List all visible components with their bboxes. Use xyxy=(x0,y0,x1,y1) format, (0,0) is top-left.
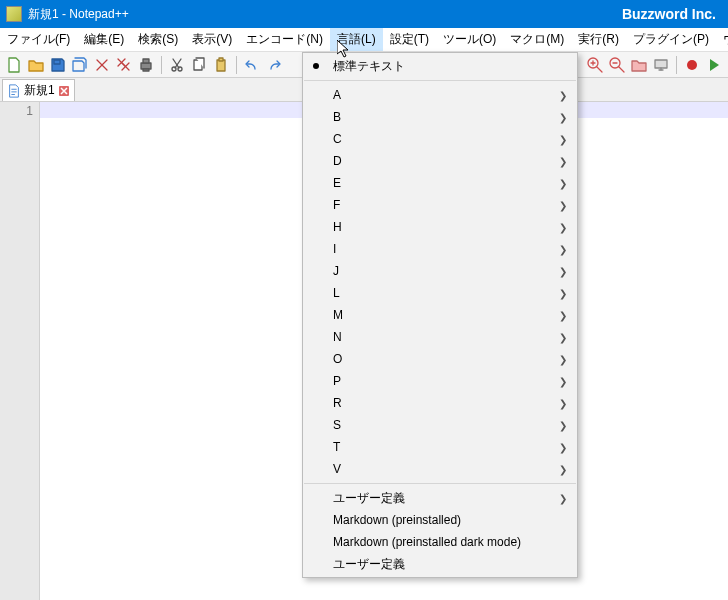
redo-icon[interactable] xyxy=(264,55,284,75)
menu-tools[interactable]: ツール(O) xyxy=(436,28,503,51)
lang-group-v[interactable]: V❯ xyxy=(303,458,577,480)
print-icon[interactable] xyxy=(136,55,156,75)
lang-group-m[interactable]: M❯ xyxy=(303,304,577,326)
chevron-right-icon: ❯ xyxy=(559,464,567,475)
lang-group-n[interactable]: N❯ xyxy=(303,326,577,348)
lang-bottom-3[interactable]: ユーザー定義 xyxy=(303,553,577,575)
chevron-right-icon: ❯ xyxy=(559,90,567,101)
menu-encoding[interactable]: エンコード(N) xyxy=(239,28,330,51)
menu-search[interactable]: 検索(S) xyxy=(131,28,185,51)
dropdown-item-label: R xyxy=(333,396,342,410)
lang-plain-text[interactable]: 標準テキスト xyxy=(303,55,577,77)
lang-group-c[interactable]: C❯ xyxy=(303,128,577,150)
chevron-right-icon: ❯ xyxy=(559,244,567,255)
toolbar-separator xyxy=(676,56,677,74)
dropdown-item-label: F xyxy=(333,198,340,212)
gutter: 1 xyxy=(0,102,40,600)
dropdown-item-label: Markdown (preinstalled) xyxy=(333,513,461,527)
lang-group-i[interactable]: I❯ xyxy=(303,238,577,260)
dropdown-item-label: L xyxy=(333,286,340,300)
dropdown-item-label: O xyxy=(333,352,342,366)
lang-group-l[interactable]: L❯ xyxy=(303,282,577,304)
copy-icon[interactable] xyxy=(189,55,209,75)
lang-group-t[interactable]: T❯ xyxy=(303,436,577,458)
menu-plugins[interactable]: プラグイン(P) xyxy=(626,28,716,51)
titlebar: 新規1 - Notepad++ Buzzword Inc. xyxy=(0,0,728,28)
lang-group-e[interactable]: E❯ xyxy=(303,172,577,194)
dropdown-item-label: ユーザー定義 xyxy=(333,490,405,507)
chevron-right-icon: ❯ xyxy=(559,178,567,189)
dropdown-item-label: E xyxy=(333,176,341,190)
close-icon[interactable] xyxy=(92,55,112,75)
chevron-right-icon: ❯ xyxy=(559,398,567,409)
chevron-right-icon: ❯ xyxy=(559,310,567,321)
menu-language[interactable]: 言語(L) xyxy=(330,28,383,51)
dropdown-item-label: ユーザー定義 xyxy=(333,556,405,573)
cut-icon[interactable] xyxy=(167,55,187,75)
menu-run[interactable]: 実行(R) xyxy=(571,28,626,51)
chevron-right-icon: ❯ xyxy=(559,493,567,504)
chevron-right-icon: ❯ xyxy=(559,376,567,387)
language-dropdown: 標準テキストA❯B❯C❯D❯E❯F❯H❯I❯J❯L❯M❯N❯O❯P❯R❯S❯T❯… xyxy=(302,52,578,578)
brand-label: Buzzword Inc. xyxy=(622,6,716,22)
menu-macro[interactable]: マクロ(M) xyxy=(503,28,571,51)
dropdown-item-label: 標準テキスト xyxy=(333,58,405,75)
record-icon[interactable] xyxy=(682,55,702,75)
lang-group-j[interactable]: J❯ xyxy=(303,260,577,282)
undo-icon[interactable] xyxy=(242,55,262,75)
lang-bottom-0[interactable]: ユーザー定義❯ xyxy=(303,487,577,509)
dropdown-item-label: P xyxy=(333,374,341,388)
dropdown-item-label: S xyxy=(333,418,341,432)
line-number: 1 xyxy=(0,104,33,120)
lang-group-o[interactable]: O❯ xyxy=(303,348,577,370)
lang-group-f[interactable]: F❯ xyxy=(303,194,577,216)
lang-group-r[interactable]: R❯ xyxy=(303,392,577,414)
checked-bullet-icon xyxy=(313,63,319,69)
play-icon[interactable] xyxy=(704,55,724,75)
tab-close-icon[interactable] xyxy=(58,85,70,97)
chevron-right-icon: ❯ xyxy=(559,134,567,145)
lang-group-d[interactable]: D❯ xyxy=(303,150,577,172)
tab-new1[interactable]: 新規1 xyxy=(2,79,75,101)
lang-group-b[interactable]: B❯ xyxy=(303,106,577,128)
chevron-right-icon: ❯ xyxy=(559,200,567,211)
paste-icon[interactable] xyxy=(211,55,231,75)
menu-window[interactable]: ウィンドウ管理(W xyxy=(716,28,728,51)
folder-icon[interactable] xyxy=(629,55,649,75)
dropdown-item-label: A xyxy=(333,88,341,102)
dropdown-item-label: M xyxy=(333,308,343,322)
lang-group-p[interactable]: P❯ xyxy=(303,370,577,392)
monitor-icon[interactable] xyxy=(651,55,671,75)
menu-view[interactable]: 表示(V) xyxy=(185,28,239,51)
open-icon[interactable] xyxy=(26,55,46,75)
lang-bottom-1[interactable]: Markdown (preinstalled) xyxy=(303,509,577,531)
chevron-right-icon: ❯ xyxy=(559,420,567,431)
saveall-icon[interactable] xyxy=(70,55,90,75)
app-icon xyxy=(6,6,22,22)
chevron-right-icon: ❯ xyxy=(559,442,567,453)
menu-edit[interactable]: 編集(E) xyxy=(77,28,131,51)
toolbar-separator xyxy=(161,56,162,74)
dropdown-item-label: D xyxy=(333,154,342,168)
save-icon[interactable] xyxy=(48,55,68,75)
lang-group-s[interactable]: S❯ xyxy=(303,414,577,436)
zoom-in-icon[interactable] xyxy=(585,55,605,75)
lang-bottom-2[interactable]: Markdown (preinstalled dark mode) xyxy=(303,531,577,553)
window-title: 新規1 - Notepad++ xyxy=(28,6,622,23)
dropdown-item-label: H xyxy=(333,220,342,234)
chevron-right-icon: ❯ xyxy=(559,288,567,299)
lang-group-h[interactable]: H❯ xyxy=(303,216,577,238)
dropdown-item-label: I xyxy=(333,242,336,256)
menu-settings[interactable]: 設定(T) xyxy=(383,28,436,51)
file-icon xyxy=(7,84,21,98)
dropdown-item-label: N xyxy=(333,330,342,344)
new-icon[interactable] xyxy=(4,55,24,75)
closeall-icon[interactable] xyxy=(114,55,134,75)
zoom-out-icon[interactable] xyxy=(607,55,627,75)
chevron-right-icon: ❯ xyxy=(559,354,567,365)
dropdown-item-label: J xyxy=(333,264,339,278)
lang-group-a[interactable]: A❯ xyxy=(303,84,577,106)
toolbar-separator xyxy=(236,56,237,74)
menubar: ファイル(F)編集(E)検索(S)表示(V)エンコード(N)言語(L)設定(T)… xyxy=(0,28,728,52)
menu-file[interactable]: ファイル(F) xyxy=(0,28,77,51)
